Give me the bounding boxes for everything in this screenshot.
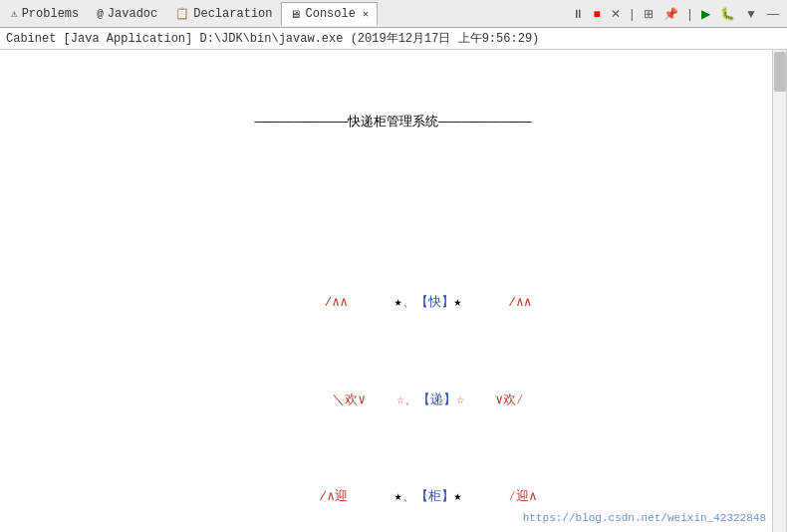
tab-bar: ⚠ Problems @ Javadoc 📋 Declaration 🖥 Con… <box>0 0 787 28</box>
toolbar-btn-stop[interactable]: ■ <box>590 5 605 23</box>
problems-icon: ⚠ <box>11 7 18 20</box>
art-line-1: /∧∧ ★、【快】★ /∧∧ <box>8 274 778 333</box>
toolbar-right: ⏸ ■ ✕ | ⊞ 📌 | ▶ 🐛 ▼ — <box>568 5 787 23</box>
tab-javadoc[interactable]: @ Javadoc <box>88 2 166 26</box>
status-bar: Cabinet [Java Application] D:\JDK\bin\ja… <box>0 28 787 50</box>
art-line-2: ＼欢∨ ☆、【递】☆ ∨欢∕ <box>8 371 778 429</box>
toolbar-btn-debug[interactable]: 🐛 <box>716 5 739 23</box>
toolbar-btn-close[interactable]: ✕ <box>607 5 625 23</box>
toolbar-btn-minimize[interactable]: — <box>763 5 783 23</box>
tab-problems[interactable]: ⚠ Problems <box>2 2 88 26</box>
toolbar-btn-1[interactable]: ⏸ <box>568 5 588 23</box>
console-icon: 🖥 <box>290 8 301 21</box>
title-line: ————————————快递柜管理系统———————————— <box>8 113 778 133</box>
toolbar-btn-pin[interactable]: 📌 <box>659 5 682 23</box>
declaration-icon: 📋 <box>175 7 189 20</box>
toolbar-btn-sep2: | <box>684 5 695 23</box>
toolbar-btn-arrow[interactable]: ▼ <box>741 5 761 23</box>
javadoc-icon: @ <box>97 8 104 20</box>
scrollbar-thumb[interactable] <box>774 52 786 92</box>
watermark: https://blog.csdn.net/weixin_42322848 <box>523 512 766 524</box>
toolbar-btn-run[interactable]: ▶ <box>697 5 714 23</box>
toolbar-btn-sep: | <box>627 5 638 23</box>
status-text: Cabinet [Java Application] D:\JDK\bin\ja… <box>6 30 539 47</box>
toolbar-btn-copy[interactable]: ⊞ <box>640 5 657 23</box>
console-content: ————————————快递柜管理系统———————————— /∧∧ ★、【快… <box>8 54 778 532</box>
scrollbar-track[interactable] <box>772 50 786 532</box>
tab-declaration[interactable]: 📋 Declaration <box>166 2 281 26</box>
tab-console[interactable]: 🖥 Console ✕ <box>281 2 377 26</box>
close-console-icon[interactable]: ✕ <box>363 8 369 20</box>
console-area[interactable]: ————————————快递柜管理系统———————————— /∧∧ ★、【快… <box>0 50 787 532</box>
